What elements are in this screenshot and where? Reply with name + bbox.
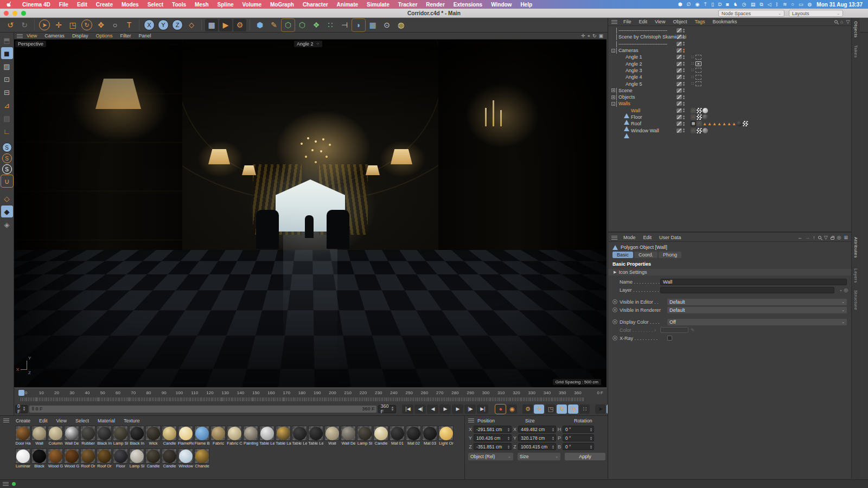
viewport-menu-icon[interactable] — [17, 34, 23, 38]
material-mat-03[interactable]: Mat 03 — [422, 426, 438, 446]
live-selection-icon[interactable]: ➤ — [39, 20, 50, 30]
workplane-lock-icon[interactable]: ◆ — [1, 206, 13, 217]
viewport-menu-options[interactable]: Options — [92, 33, 116, 38]
record-pla-button[interactable]: ∷ — [579, 404, 590, 414]
camera-frame-tag[interactable] — [695, 81, 701, 86]
menubar-item-extensions[interactable]: Extensions — [449, 2, 487, 8]
am-forward-icon[interactable]: → — [805, 235, 810, 240]
side-tab-takes[interactable]: Takes — [853, 45, 858, 57]
constraint-icon[interactable]: ⊣ — [338, 19, 351, 31]
enable-toggle[interactable] — [676, 129, 682, 133]
tree-item-objects[interactable]: +Objects — [608, 94, 860, 100]
selection-tag[interactable]: ▲ — [722, 121, 726, 126]
visibility-dots[interactable] — [683, 62, 685, 66]
phong-tag[interactable]: ∴ — [697, 121, 702, 126]
tree-item-angle-5[interactable]: Angle 5∷ — [608, 80, 860, 87]
shield-check-icon[interactable]: ◙ — [726, 2, 729, 8]
size-y-field[interactable]: 320.178 cm▲▼ — [518, 434, 556, 441]
enable-toggle[interactable] — [676, 35, 682, 39]
enable-toggle[interactable] — [676, 88, 682, 93]
render-view-icon[interactable]: ▦ — [205, 19, 218, 31]
autokey-button[interactable]: ◉ — [507, 404, 517, 414]
menubar-item-mograph[interactable]: MoGraph — [266, 2, 298, 8]
current-frame-spinner[interactable]: 0 F ▲▼ — [15, 405, 28, 413]
coordinate-system-icon[interactable]: ⬦ — [185, 19, 198, 31]
material-tag[interactable] — [737, 121, 742, 126]
expand-toggle[interactable]: + — [611, 95, 615, 99]
material-menu-select[interactable]: Select — [71, 418, 93, 423]
material-roof-or[interactable]: Roof Or — [97, 448, 112, 468]
uvw-tag[interactable] — [697, 128, 702, 133]
keyframe-dot-visible-in-editor[interactable] — [612, 299, 617, 304]
uv-mode-icon[interactable]: ▤ — [1, 112, 13, 124]
camera-label[interactable]: Angle 2⁘ — [294, 41, 322, 47]
expand-toggle[interactable]: - — [611, 49, 615, 53]
material-wick[interactable]: Wick — [145, 426, 161, 446]
material-candle[interactable]: Candle — [162, 448, 177, 468]
visibility-dots[interactable] — [683, 102, 685, 106]
material-table-le[interactable]: Table Le — [259, 426, 275, 446]
viewport-menu-panel[interactable]: Panel — [135, 33, 155, 38]
model-mode-icon[interactable]: ◼ — [1, 47, 13, 59]
texture-mode-icon[interactable]: ▨ — [1, 60, 13, 72]
om-search-icon[interactable] — [834, 20, 838, 23]
phong-tag[interactable]: ∴ — [691, 128, 696, 133]
layouts-dropdown[interactable]: Layouts⌄ — [789, 10, 843, 17]
om-menu-bookmarks[interactable]: Bookmarks — [709, 19, 741, 24]
render-settings-icon[interactable]: ⚙ — [233, 19, 246, 31]
toggle-view-icon[interactable]: ▣ — [598, 33, 603, 39]
x-ray-checkbox[interactable] — [667, 336, 672, 341]
polygons-mode-icon[interactable]: ⊿ — [1, 99, 13, 111]
visibility-dots[interactable] — [683, 115, 685, 119]
am-back-icon[interactable]: ← — [797, 235, 802, 240]
menubar-item-create[interactable]: Create — [92, 2, 117, 8]
previous-frame-button[interactable]: ◀ — [427, 404, 438, 414]
tree-item-angle-1[interactable]: Angle 1∷ — [608, 54, 860, 60]
material-black[interactable]: Black — [31, 448, 47, 468]
am-track-icon[interactable]: ◎ — [837, 235, 841, 240]
spotlight-icon[interactable]: ○ — [792, 2, 794, 8]
menubar-item-edit[interactable]: Edit — [73, 2, 92, 8]
menubar-item-window[interactable]: Window — [487, 2, 516, 8]
pan-view-icon[interactable]: ✛ — [581, 33, 585, 39]
material-lamp-sl[interactable]: Lamp Sl — [357, 426, 373, 446]
om-menu-edit[interactable]: Edit — [635, 19, 652, 24]
enable-toggle[interactable] — [676, 42, 682, 46]
subdivision-surface-icon[interactable]: ⬡ — [282, 19, 295, 31]
material-candle[interactable]: Candle — [145, 448, 161, 468]
om-menu-object[interactable]: Object — [669, 19, 691, 24]
icon-settings-group[interactable]: ▶Icon Settings — [608, 269, 851, 275]
snap-modes-icon[interactable]: S — [2, 153, 12, 163]
record-rotation-button[interactable]: ↻ — [557, 404, 567, 414]
camera-frame-tag[interactable] — [695, 55, 701, 60]
size-z-field[interactable]: 1003.415 cm▲▼ — [518, 443, 556, 450]
timeline-ruler[interactable]: 0102030405060708090100110120130140150160… — [15, 388, 607, 403]
layer-dropdown-arrow[interactable]: ⌄ — [839, 287, 843, 292]
om-menu-view[interactable]: View — [651, 19, 669, 24]
visible-in-renderer-dropdown[interactable]: Default⌄ — [667, 307, 847, 313]
menubar-item-spline[interactable]: Spline — [213, 2, 238, 8]
enable-toggle[interactable] — [676, 55, 682, 59]
move-icon[interactable]: ✛ — [52, 19, 65, 31]
enable-axis-icon[interactable]: ∟ — [1, 125, 13, 137]
d-app-icon[interactable]: D — [718, 2, 722, 8]
material-menu-view[interactable]: View — [52, 418, 71, 423]
expand-toggle[interactable]: + — [611, 88, 615, 92]
menubar-item-tracker[interactable]: Tracker — [394, 2, 422, 8]
visibility-dots[interactable] — [683, 122, 685, 126]
am-add-icon[interactable]: ⊞ — [844, 235, 848, 240]
pin-app-icon[interactable]: ⍑ — [704, 2, 706, 8]
uvw-tag[interactable] — [743, 121, 748, 126]
material-mat-01[interactable]: Mat 01 — [390, 426, 405, 446]
next-frame-button[interactable]: ▶ — [452, 404, 463, 414]
y-axis-lock[interactable]: Y — [158, 20, 169, 30]
psr-icon[interactable]: ✥ — [94, 19, 107, 31]
expand-toggle[interactable]: - — [611, 102, 615, 106]
workplane-icon[interactable]: ◇ — [1, 192, 13, 204]
undo-icon[interactable]: ↺ — [4, 19, 17, 31]
ring-icon[interactable]: ○ — [108, 19, 122, 31]
siri-icon[interactable]: ◍ — [807, 2, 812, 8]
field-icon[interactable]: ◗ — [352, 19, 365, 31]
material-candle[interactable]: Candle — [373, 426, 389, 446]
material-menu-material[interactable]: Material — [93, 418, 119, 423]
